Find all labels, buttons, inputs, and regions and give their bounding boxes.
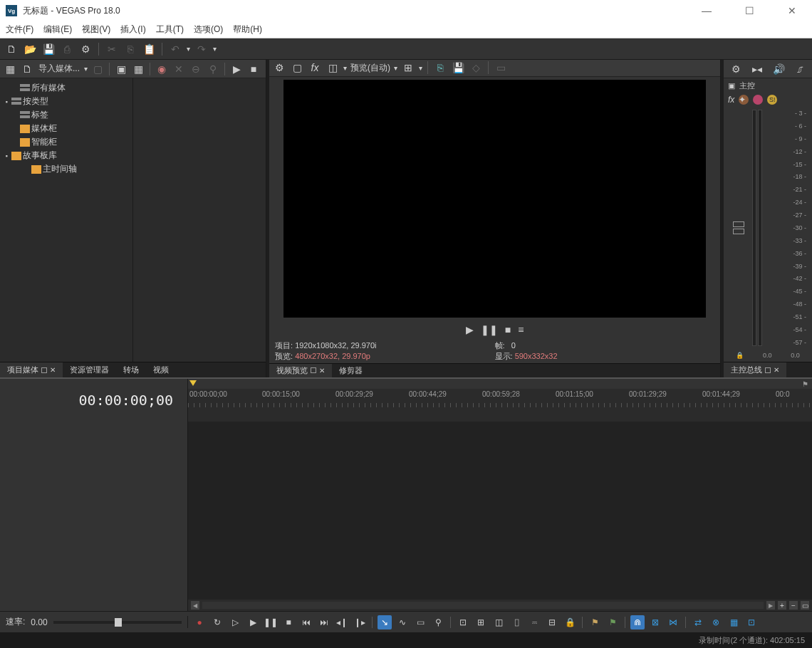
h-scrollbar[interactable] (202, 602, 764, 609)
tab-maximize-icon[interactable] (311, 367, 316, 373)
master-output-icon[interactable]: ▣ (728, 81, 735, 90)
capture-icon[interactable]: ▢ (90, 62, 105, 76)
zoom-fit-icon[interactable]: ▭ (801, 601, 809, 610)
tab-maximize-icon[interactable] (765, 367, 771, 373)
goto-end-icon[interactable]: ⏭ (317, 615, 331, 629)
preview-split-icon[interactable]: ◫ (326, 61, 340, 75)
scroll-right-icon[interactable]: ▶ (766, 601, 775, 610)
tree-by-type[interactable]: ▪按类型 (0, 95, 132, 108)
redo-icon[interactable]: ↷ (194, 42, 209, 56)
end-flag-icon[interactable]: ⚑ (802, 380, 809, 387)
copy-icon[interactable]: ⎘ (123, 42, 137, 56)
tree-smart-cabinet[interactable]: 智能柜 (0, 135, 132, 149)
lock-icon[interactable]: 🔒 (736, 352, 744, 359)
tab-close-icon[interactable]: ✕ (319, 367, 325, 375)
playhead-marker-icon[interactable] (189, 380, 197, 386)
time-ruler[interactable]: 00:00:00;00 00:00:15;00 00:00:29;29 00:0… (188, 389, 812, 410)
tree-all-media[interactable]: 所有媒体 (0, 81, 132, 95)
media-props-icon[interactable]: ▦ (3, 62, 17, 76)
minimize-button[interactable]: — (692, 5, 721, 16)
maximize-button[interactable]: ☐ (735, 5, 764, 16)
undo-icon[interactable]: ↶ (168, 42, 182, 56)
save-icon[interactable]: 💾 (41, 42, 56, 56)
tool4-icon[interactable]: ⌷ (509, 615, 524, 629)
tool3-icon[interactable]: ◫ (491, 615, 506, 629)
master-fx-icon[interactable]: fx (728, 95, 734, 105)
preview-region-icon[interactable]: ◇ (469, 61, 483, 75)
tab-explorer[interactable]: 资源管理器 (63, 362, 116, 377)
media-search-icon[interactable]: ⚲ (206, 62, 220, 76)
tool6-icon[interactable]: ⊟ (545, 615, 559, 629)
master-mixer-icon[interactable]: ⎎ (793, 62, 807, 76)
preview-overlay-icon[interactable]: ⊞ (401, 61, 415, 75)
open-icon[interactable]: 📂 (23, 42, 37, 56)
lock-tool-icon[interactable]: 🔒 (563, 615, 577, 629)
track-headers[interactable] (0, 422, 188, 600)
tree-storyboard[interactable]: ▪故事板库 (0, 149, 132, 162)
render-icon[interactable]: ⎙ (60, 42, 74, 56)
next-frame-icon[interactable]: ❙▸ (353, 615, 367, 629)
tree-tags[interactable]: 标签 (0, 108, 132, 122)
snap-grid-icon[interactable]: ⊠ (648, 615, 662, 629)
tab-videofx[interactable]: 视频 (146, 362, 176, 377)
master-audio-icon[interactable]: 🔊 (771, 62, 786, 76)
rate-slider[interactable] (53, 621, 182, 624)
play-icon[interactable]: ▶ (246, 615, 260, 629)
zoom-in-icon[interactable]: + (778, 601, 786, 610)
preview-external-icon[interactable]: ▢ (290, 61, 304, 75)
split-top[interactable] (733, 221, 744, 227)
media-stop-icon[interactable]: ■ (246, 62, 261, 76)
tab-close-icon[interactable]: ✕ (50, 366, 56, 374)
new-icon[interactable]: 🗋 (4, 42, 19, 56)
autosave-icon[interactable]: ⊡ (744, 615, 759, 629)
normal-edit-icon[interactable]: ↘ (378, 615, 392, 629)
fx-plugin3-icon[interactable]: S! (767, 95, 777, 105)
preview-fx-icon[interactable]: fx (308, 61, 322, 75)
loop-icon[interactable]: ↻ (210, 615, 224, 629)
select-icon[interactable]: ▭ (413, 615, 427, 629)
autocrossfade-icon[interactable]: ⊗ (709, 615, 723, 629)
tab-trimmer[interactable]: 修剪器 (332, 364, 370, 377)
video-preview[interactable] (283, 80, 706, 318)
snap-icon[interactable]: ⋒ (630, 615, 645, 629)
properties-icon[interactable]: ⚙ (78, 42, 93, 56)
menu-view[interactable]: 视图(V) (82, 23, 110, 36)
menu-edit[interactable]: 编辑(E) (43, 23, 72, 36)
tree-media-cabinet[interactable]: 媒体柜 (0, 122, 132, 135)
tab-maximize-icon[interactable] (41, 367, 47, 373)
prev-frame-icon[interactable]: ◂❙ (335, 615, 349, 629)
zoom-tool-icon[interactable]: ⚲ (431, 615, 445, 629)
close-button[interactable]: ✕ (778, 5, 806, 16)
media-remove-icon[interactable]: ⊖ (189, 62, 203, 76)
play-start-icon[interactable]: ▷ (228, 615, 242, 629)
paste-icon[interactable]: 📋 (142, 42, 156, 56)
media-view2-icon[interactable]: ▦ (131, 62, 145, 76)
marker-row[interactable]: ⚑ (188, 379, 812, 389)
tab-video-preview[interactable]: 视频预览✕ (269, 364, 332, 377)
envelope-icon[interactable]: ∿ (395, 615, 410, 629)
tab-transitions[interactable]: 转场 (116, 362, 146, 377)
media-play-icon[interactable]: ▶ (229, 62, 244, 76)
marker-tan-icon[interactable]: ⚑ (588, 615, 602, 629)
autoripple-icon[interactable]: ⇄ (691, 615, 705, 629)
menu-tools[interactable]: 工具(T) (156, 23, 184, 36)
preview-menu-icon[interactable]: ≡ (518, 324, 524, 335)
preview-save-icon[interactable]: 💾 (451, 61, 465, 75)
pause-icon[interactable]: ❚❚ (264, 615, 278, 629)
master-insert-icon[interactable]: ▸◂ (750, 62, 764, 76)
fx-plugin1-icon[interactable]: ✦ (739, 95, 749, 105)
goto-start-icon[interactable]: ⏮ (299, 615, 313, 629)
menu-file[interactable]: 文件(F) (6, 23, 33, 36)
master-settings-icon[interactable]: ⚙ (729, 62, 743, 76)
tab-master-bus[interactable]: 主控总线✕ (724, 362, 786, 377)
preview-play-icon[interactable]: ▶ (466, 324, 474, 335)
current-time[interactable]: 00:00:00;00 (79, 392, 173, 409)
media-delete-icon[interactable]: ✕ (172, 62, 186, 76)
media-new-icon[interactable]: 🗋 (20, 62, 34, 76)
snap-marker-icon[interactable]: ⋈ (666, 615, 680, 629)
fx-plugin2-icon[interactable] (753, 95, 763, 105)
stop-icon[interactable]: ■ (281, 615, 296, 629)
preview-hdr-icon[interactable]: ▭ (494, 61, 508, 75)
menu-insert[interactable]: 插入(I) (120, 23, 145, 36)
preview-copy-icon[interactable]: ⎘ (433, 61, 447, 75)
